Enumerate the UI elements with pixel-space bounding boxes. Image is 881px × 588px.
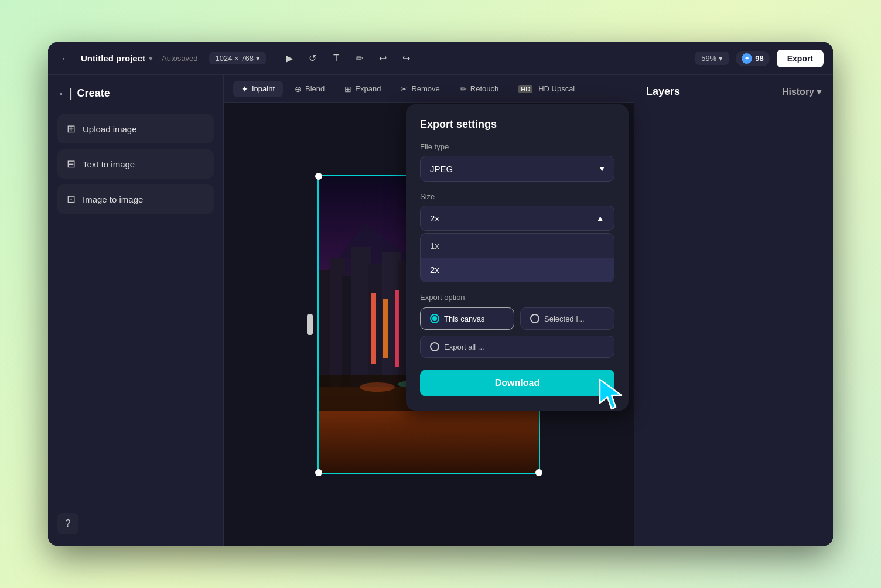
sidebar: ←| Create ⊞ Upload image ⊟ Text to image…	[48, 75, 224, 546]
selected-button[interactable]: Selected I...	[520, 307, 614, 330]
app-body: ←| Create ⊞ Upload image ⊟ Text to image…	[48, 75, 833, 546]
file-type-value: JPEG	[430, 164, 453, 174]
undo-button[interactable]: ↩	[374, 49, 392, 68]
remove-label: Remove	[411, 84, 439, 93]
project-name-label: Untitled project	[81, 53, 145, 63]
export-option-label: Export option	[420, 293, 614, 302]
back-icon: ←	[61, 53, 70, 64]
this-canvas-radio	[430, 314, 439, 323]
text-to-image-button[interactable]: ⊟ Text to image	[57, 149, 214, 179]
help-icon: ?	[66, 518, 71, 529]
image-to-image-label: Image to image	[83, 194, 143, 204]
canvas-toolbar: ✦ Inpaint ⊕ Blend ⊞ Expand ✂ Remove ✏	[224, 75, 634, 103]
handle-left-side[interactable]	[307, 314, 313, 335]
handle-bottom-right[interactable]	[535, 469, 542, 476]
tab-expand[interactable]: ⊞ Expand	[336, 81, 389, 97]
back-button[interactable]: ←	[57, 50, 74, 67]
tab-inpaint[interactable]: ✦ Inpaint	[233, 81, 283, 97]
credits-badge: ✦ 98	[736, 51, 769, 66]
select-tool-button[interactable]: ▶	[280, 49, 299, 68]
credits-icon: ✦	[742, 53, 752, 64]
file-type-label: File type	[420, 142, 614, 151]
svg-marker-32	[600, 380, 622, 409]
upload-icon: ⊞	[67, 122, 76, 135]
right-panel: Layers History ▾ Export settings File ty…	[634, 75, 833, 546]
this-canvas-label: This canvas	[444, 314, 484, 323]
svg-point-28	[360, 382, 395, 392]
size-value: 2x	[430, 213, 439, 223]
project-chevron-icon: ▾	[149, 54, 152, 63]
tab-upscal[interactable]: HD HD Upscal	[510, 81, 583, 97]
blend-label: Blend	[305, 84, 325, 93]
retouch-label: Retouch	[470, 84, 498, 93]
app-header: ← Untitled project ▾ Autosaved 1024 × 76…	[48, 42, 833, 75]
image-to-image-icon: ⊡	[67, 193, 76, 206]
handle-bottom-left[interactable]	[315, 469, 322, 476]
tab-remove[interactable]: ✂ Remove	[392, 81, 448, 97]
text-to-image-label: Text to image	[83, 159, 135, 169]
selected-label: Selected I...	[544, 314, 585, 323]
rotate-tool-button[interactable]: ↺	[303, 49, 322, 68]
dimensions-button[interactable]: 1024 × 768 ▾	[209, 52, 265, 64]
remove-icon: ✂	[401, 84, 408, 94]
dimensions-chevron-icon: ▾	[256, 54, 260, 63]
size-label: Size	[420, 192, 614, 201]
text-tool-button[interactable]: T	[327, 49, 346, 68]
sidebar-header: ←| Create	[57, 87, 214, 100]
export-settings-title: Export settings	[420, 118, 614, 131]
inpaint-icon: ✦	[241, 84, 248, 94]
download-container: Download	[420, 370, 614, 396]
export-all-button[interactable]: Export all ...	[420, 336, 614, 358]
svg-rect-5	[351, 247, 371, 387]
create-back-icon: ←|	[57, 87, 73, 100]
export-settings-panel: Export settings File type JPEG ▾ Size 2x…	[406, 104, 629, 411]
image-to-image-button[interactable]: ⊡ Image to image	[57, 184, 214, 214]
sidebar-footer: ?	[57, 513, 214, 534]
dimensions-label: 1024 × 768	[215, 54, 253, 63]
history-button[interactable]: History ▾	[782, 86, 821, 97]
credits-count: 98	[755, 54, 763, 63]
svg-rect-18	[383, 299, 388, 358]
layers-title: Layers	[646, 86, 680, 98]
tab-blend[interactable]: ⊕ Blend	[286, 81, 333, 97]
project-name-button[interactable]: Untitled project ▾	[81, 53, 152, 63]
inpaint-label: Inpaint	[252, 84, 275, 93]
autosaved-status: Autosaved	[162, 54, 197, 63]
redo-button[interactable]: ↪	[397, 49, 416, 68]
size-dropdown: 1x 2x	[420, 233, 614, 282]
selected-radio	[530, 314, 539, 323]
svg-rect-19	[395, 290, 399, 367]
history-label: History	[782, 87, 814, 97]
create-label: Create	[77, 87, 110, 100]
expand-label: Expand	[355, 84, 381, 93]
size-chevron-icon: ▲	[596, 213, 605, 223]
zoom-control[interactable]: 59% ▾	[695, 52, 729, 65]
zoom-level-label: 59%	[701, 54, 716, 63]
bg-teal-decoration	[716, 75, 833, 546]
blend-icon: ⊕	[295, 84, 302, 94]
expand-icon: ⊞	[344, 84, 351, 94]
right-panel-header: Layers History ▾	[634, 75, 833, 105]
cursor-pointer	[597, 377, 626, 414]
tab-retouch[interactable]: ✏ Retouch	[452, 81, 507, 97]
export-all-radio	[430, 342, 439, 351]
size-select[interactable]: 2x ▲	[420, 206, 614, 231]
upload-image-button[interactable]: ⊞ Upload image	[57, 114, 214, 143]
size-option-2x[interactable]: 2x	[421, 258, 614, 282]
export-options-group: This canvas Selected I...	[420, 307, 614, 330]
this-canvas-button[interactable]: This canvas	[420, 307, 514, 330]
export-button[interactable]: Export	[777, 50, 824, 67]
hd-label: HD	[518, 85, 532, 93]
tool-group: ▶ ↺ T ✏ ↩ ↪	[280, 49, 416, 68]
retouch-icon: ✏	[460, 84, 467, 94]
size-option-1x[interactable]: 1x	[421, 234, 614, 258]
upscal-label: HD Upscal	[538, 84, 575, 93]
download-button[interactable]: Download	[420, 370, 614, 396]
file-type-chevron-icon: ▾	[600, 163, 605, 174]
history-chevron-icon: ▾	[817, 86, 821, 97]
export-all-label: Export all ...	[444, 343, 484, 351]
handle-top-left[interactable]	[315, 173, 322, 180]
help-button[interactable]: ?	[57, 513, 78, 534]
pen-tool-button[interactable]: ✏	[350, 49, 369, 68]
file-type-select[interactable]: JPEG ▾	[420, 156, 614, 182]
